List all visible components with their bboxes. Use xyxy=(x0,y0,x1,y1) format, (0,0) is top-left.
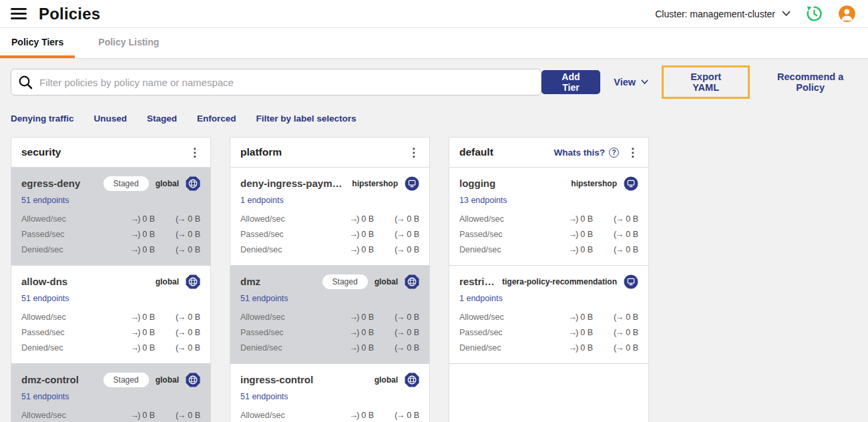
policy-scope: tigera-policy-recommendation xyxy=(502,277,617,286)
metric-row: Denied/sec →)0 B(→0 B xyxy=(240,340,419,355)
ingress-icon: →) xyxy=(568,214,577,224)
ingress-icon: →) xyxy=(349,410,358,420)
ingress-icon: →) xyxy=(349,327,358,337)
endpoints-link[interactable]: 51 endpoints xyxy=(21,294,69,303)
filter-enforced[interactable]: Enforced xyxy=(197,114,236,124)
egress-icon: (→ xyxy=(614,229,622,239)
policy-scope: global xyxy=(156,179,179,188)
egress-icon: (→ xyxy=(614,327,622,337)
metric-row: Allowed/sec →)0 B(→0 B xyxy=(240,211,419,226)
egress-value: 0 B xyxy=(626,245,638,254)
ingress-value: 0 B xyxy=(361,343,374,353)
ingress-icon: →) xyxy=(130,343,139,353)
export-yaml-button[interactable]: Export YAML xyxy=(677,71,734,93)
global-icon xyxy=(186,373,200,387)
namespace-icon xyxy=(405,176,419,191)
avatar[interactable] xyxy=(838,5,856,23)
tab-policy-listing[interactable]: Policy Listing xyxy=(87,28,170,58)
egress-icon: (→ xyxy=(395,214,403,224)
tab-policy-tiers[interactable]: Policy Tiers xyxy=(0,28,75,58)
metric-row: Denied/sec →)0 B(→0 B xyxy=(240,242,419,257)
policy-card-dmz[interactable]: dmz Staged global 51 endpoints Allowed/s… xyxy=(230,266,429,364)
egress-value: 0 B xyxy=(407,328,419,337)
egress-value: 0 B xyxy=(188,328,200,337)
policy-name: allow-dns xyxy=(21,276,149,287)
egress-value: 0 B xyxy=(626,312,638,322)
ingress-value: 0 B xyxy=(142,312,155,322)
kebab-menu-icon[interactable]: ⋮ xyxy=(408,147,419,158)
metric-row: Denied/sec →)0 B(→0 B xyxy=(21,242,200,257)
search-input[interactable] xyxy=(11,69,541,95)
namespace-icon xyxy=(624,274,638,289)
egress-value: 0 B xyxy=(407,343,419,353)
policy-card-restricted[interactable]: restricted tigera-policy-recommendation … xyxy=(449,266,648,364)
egress-value: 0 B xyxy=(407,312,419,322)
cluster-selector[interactable]: Cluster: management-cluster xyxy=(655,9,791,19)
ingress-icon: →) xyxy=(130,410,139,420)
egress-icon: (→ xyxy=(395,229,403,239)
ingress-icon: →) xyxy=(130,312,139,322)
tier-header: default Whats this? ? ⋮ xyxy=(449,138,648,168)
filter-unused[interactable]: Unused xyxy=(94,114,128,124)
toolbar-actions: Add Tier View Export YAML Recommend a Po… xyxy=(541,65,857,99)
egress-value: 0 B xyxy=(626,343,638,353)
cluster-selector-label: Cluster: management-cluster xyxy=(655,9,775,19)
policy-scope: global xyxy=(156,277,179,286)
add-tier-button[interactable]: Add Tier xyxy=(541,70,601,94)
endpoints-link[interactable]: 51 endpoints xyxy=(240,392,288,401)
endpoints-link[interactable]: 1 endpoints xyxy=(240,196,284,205)
whats-this-link[interactable]: Whats this? ? xyxy=(554,148,620,158)
metric-row: Passed/sec →)0 B(→0 B xyxy=(459,226,638,242)
ingress-value: 0 B xyxy=(361,214,374,224)
ingress-value: 0 B xyxy=(361,328,374,337)
policy-card-logging[interactable]: logging hipstershop 13 endpoints Allowed… xyxy=(449,168,648,266)
policy-card-egress-deny[interactable]: egress-deny Staged global 51 endpoints A… xyxy=(11,168,210,266)
whats-this-label: Whats this? xyxy=(554,148,606,158)
tier-name: security xyxy=(21,146,61,158)
policy-card-ingress-control[interactable]: ingress-control global 51 endpoints Allo… xyxy=(230,364,429,422)
metric-row: Passed/sec →)0 B(→0 B xyxy=(21,226,200,242)
filter-denying-traffic[interactable]: Denying traffic xyxy=(11,114,74,124)
filter-staged[interactable]: Staged xyxy=(147,114,177,124)
ingress-icon: →) xyxy=(568,312,577,322)
view-dropdown[interactable]: View xyxy=(614,77,648,87)
namespace-icon xyxy=(624,176,638,191)
ingress-value: 0 B xyxy=(142,343,155,353)
endpoints-link[interactable]: 1 endpoints xyxy=(459,294,503,303)
endpoints-link[interactable]: 51 endpoints xyxy=(21,196,69,205)
search-icon xyxy=(18,75,33,89)
metric-row: Allowed/sec →)0 B(→0 B xyxy=(21,211,200,226)
policy-scope: global xyxy=(375,277,398,286)
policy-name: deny-ingress-paymentservi… xyxy=(240,178,345,189)
egress-icon: (→ xyxy=(176,410,184,420)
policy-card-dmz-control[interactable]: dmz-control Staged global 51 endpoints A… xyxy=(11,364,210,422)
ingress-value: 0 B xyxy=(580,312,593,322)
history-icon[interactable] xyxy=(805,5,823,23)
metric-row: Denied/sec →)0 B(→0 B xyxy=(459,340,638,355)
endpoints-link[interactable]: 51 endpoints xyxy=(240,294,288,303)
egress-icon: (→ xyxy=(395,327,403,337)
global-icon xyxy=(405,373,419,387)
endpoints-link[interactable]: 13 endpoints xyxy=(459,196,507,205)
recommend-policy-button[interactable]: Recommend a Policy xyxy=(763,71,857,93)
policy-scope: global xyxy=(375,375,398,385)
ingress-value: 0 B xyxy=(580,230,593,239)
kebab-menu-icon[interactable]: ⋮ xyxy=(189,147,200,158)
policy-name: ingress-control xyxy=(240,374,368,385)
endpoints-link[interactable]: 51 endpoints xyxy=(21,392,69,401)
policy-card-deny-ingress-paymentservice[interactable]: deny-ingress-paymentservi… hipstershop 1… xyxy=(230,168,429,266)
egress-icon: (→ xyxy=(614,343,622,353)
policy-card-allow-dns[interactable]: allow-dns global 51 endpoints Allowed/se… xyxy=(11,266,210,364)
metric-row: Denied/sec →)0 B(→0 B xyxy=(21,340,200,355)
policy-name: restricted xyxy=(459,276,495,287)
menu-icon[interactable] xyxy=(11,8,27,19)
kebab-menu-icon[interactable]: ⋮ xyxy=(627,147,638,158)
metric-row: Denied/sec →)0 B(→0 B xyxy=(459,242,638,257)
egress-icon: (→ xyxy=(176,343,184,353)
metric-row: Passed/sec →)0 B(→0 B xyxy=(459,325,638,340)
ingress-value: 0 B xyxy=(142,328,155,337)
app-header: Policies Cluster: management-cluster xyxy=(0,0,868,28)
filter-by-label-selectors[interactable]: Filter by label selectors xyxy=(256,114,357,124)
ingress-value: 0 B xyxy=(361,411,374,420)
egress-icon: (→ xyxy=(176,312,184,322)
